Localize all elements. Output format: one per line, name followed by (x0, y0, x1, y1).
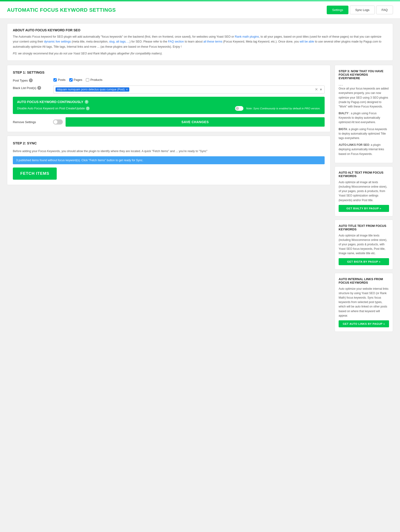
autolinks-text: Auto optimize your website internal link… (339, 287, 389, 318)
blacklist-help-icon[interactable]: ? (37, 86, 41, 90)
auto-focus-box: AUTO FOCUS KEYWORD CONTINUOUSLY ? Disabl… (13, 97, 325, 114)
page-wrapper: AUTOMATIC FOCUS KEYWORD SETTINGS Setting… (0, 0, 400, 336)
step3-text: Once all your focus keywords are added e… (339, 86, 389, 109)
step2-card: STEP 2: SYNC Before adding your Focus Ke… (7, 136, 331, 185)
remove-settings-toggle[interactable] (53, 119, 63, 125)
auto-focus-row: Disable Auto Focus Keyword on Post Creat… (17, 106, 320, 111)
bialty-title: AUTO ALT TEXT FROM FOCUS KEYWORDS (339, 171, 389, 178)
tag-close-icon[interactable]: ✕ (126, 88, 128, 91)
step2-title: STEP 2: SYNC (13, 141, 325, 145)
about-title: ABOUT AUTO FOCUS KEYWORD FOR SEO (13, 28, 387, 32)
auto-focus-help-icon[interactable]: ? (85, 100, 88, 104)
header-nav: Settings Sync Logs FAQ (327, 6, 393, 14)
settings-row: Remove Settings SAVE CHANGES (13, 117, 325, 127)
disable-toggle[interactable] (235, 106, 243, 111)
save-changes-button[interactable]: SAVE CHANGES (66, 117, 325, 127)
main-content: ABOUT AUTO FOCUS KEYWORD FOR SEO The Aut… (0, 19, 400, 336)
tag-input-actions: ✕ ▼ (315, 88, 322, 91)
side-column: STEP 3: NOW THAT YOU HAVE FOCUS KEYWORDS… (335, 65, 393, 332)
info-banner: 3 published items found without focus ke… (13, 156, 325, 164)
disable-label: Disable Auto Focus Keyword on Post Creat… (17, 107, 232, 110)
checkbox-products[interactable]: Products (86, 78, 102, 82)
auto-focus-title: AUTO FOCUS KEYWORD CONTINUOUSLY ? (17, 100, 320, 104)
step3-card: STEP 3: NOW THAT YOU HAVE FOCUS KEYWORDS… (335, 65, 393, 163)
blacklist-row: Black List Post(s) ? Aliquam numquam por… (13, 86, 325, 94)
fetch-items-button[interactable]: FETCH ITEMS (13, 168, 57, 180)
blacklist-input-container: Aliquam numquam porro delectus quas cumq… (53, 86, 325, 94)
step2-description: Before adding your Focus Keywords, you s… (13, 149, 325, 153)
faq-link[interactable]: FAQ section (168, 40, 184, 43)
dynamic-settings-link[interactable]: dynamic live settings (44, 40, 71, 43)
step3-auto-links: AUTO-LINKS FOR SEO: a plugin deploying a… (339, 143, 389, 156)
post-types-help-icon[interactable]: ? (29, 78, 33, 82)
about-body: The Automatic Focus keyword for SEO plug… (13, 34, 387, 56)
tag-clear-button[interactable]: ✕ (315, 88, 318, 91)
checkbox-posts[interactable]: Posts (53, 78, 66, 82)
blacklist-label: Black List Post(s) ? (13, 86, 50, 90)
tag-dropdown-button[interactable]: ▼ (319, 88, 322, 91)
pages-checkbox[interactable] (69, 78, 73, 82)
remove-settings-label: Remove Settings (13, 120, 50, 124)
bigta-card: AUTO TITLE TEXT FROM FOCUS KEYWORDS Auto… (335, 220, 393, 270)
step1-title: STEP 1: SETTINGS (13, 70, 325, 74)
blacklist-tag: Aliquam numquam porro delectus quas cumq… (55, 87, 129, 92)
about-card: ABOUT AUTO FOCUS KEYWORD FOR SEO The Aut… (7, 23, 393, 61)
step1-card: STEP 1: SETTINGS Post Types ? Posts (7, 65, 331, 132)
step3-bigta: BIGTA: a plugin using Focus keywords to … (339, 127, 389, 141)
about-paragraph-1: The Automatic Focus keyword for SEO plug… (13, 34, 387, 49)
all-terms-link[interactable]: all these terms (203, 40, 222, 43)
step3-bialty: BIALTY : a plugin using Focus Keywords t… (339, 111, 389, 125)
bigta-title: AUTO TITLE TEXT FROM FOCUS KEYWORDS (339, 224, 389, 231)
autolinks-cta-button[interactable]: GET AUTO LINKS BY PAGUP » (339, 320, 389, 327)
about-note: PS: we strongly recommend that you do no… (13, 51, 387, 56)
header: AUTOMATIC FOCUS KEYWORD SETTINGS Setting… (0, 1, 400, 19)
nav-faq-button[interactable]: FAQ (376, 6, 393, 14)
rank-math-link[interactable]: Rank math plugins (235, 35, 259, 38)
products-checkbox[interactable] (86, 78, 89, 82)
page-title: AUTOMATIC FOCUS KEYWORD SETTINGS (7, 7, 116, 13)
post-types-label: Post Types ? (13, 78, 50, 82)
slug-link[interactable]: slug, alt tags, ... (109, 40, 130, 43)
nav-sync-logs-button[interactable]: Sync Logs (350, 6, 375, 14)
posts-checkbox[interactable] (53, 78, 57, 82)
autolinks-card: AUTO INTERNAL LINKS FROM FOCUS KEYWORDS … (335, 273, 393, 332)
step3-title: STEP 3: NOW THAT YOU HAVE FOCUS KEYWORDS… (339, 70, 389, 80)
autolinks-title: AUTO INTERNAL LINKS FROM FOCUS KEYWORDS (339, 277, 389, 284)
bialty-cta-button[interactable]: GET BIALTY BY PAGUP » (339, 205, 389, 212)
post-types-row: Post Types ? Posts Pages (13, 78, 325, 82)
tag-input[interactable]: Aliquam numquam porro delectus quas cumq… (53, 86, 325, 94)
toggle-note: Note: Sync Continuously is enabled by de… (246, 107, 320, 110)
bigta-cta-button[interactable]: GET BIGTA BY PAGUP » (339, 258, 389, 265)
nav-settings-button[interactable]: Settings (327, 6, 348, 14)
bialty-card: AUTO ALT TEXT FROM FOCUS KEYWORDS Auto o… (335, 166, 393, 216)
checkbox-pages[interactable]: Pages (69, 78, 82, 82)
two-col-layout: STEP 1: SETTINGS Post Types ? Posts (7, 65, 393, 332)
main-column: STEP 1: SETTINGS Post Types ? Posts (7, 65, 331, 189)
bialty-text: Auto optimize all image alt texts (inclu… (339, 180, 389, 203)
post-types-checkboxes: Posts Pages Products (53, 78, 325, 82)
disable-help-icon[interactable]: ? (86, 107, 90, 110)
bigta-text: Auto optimize all image title texts (inc… (339, 233, 389, 256)
step3-ellipsis: ... (339, 82, 389, 86)
will-be-able-link[interactable]: will be able (300, 40, 314, 43)
